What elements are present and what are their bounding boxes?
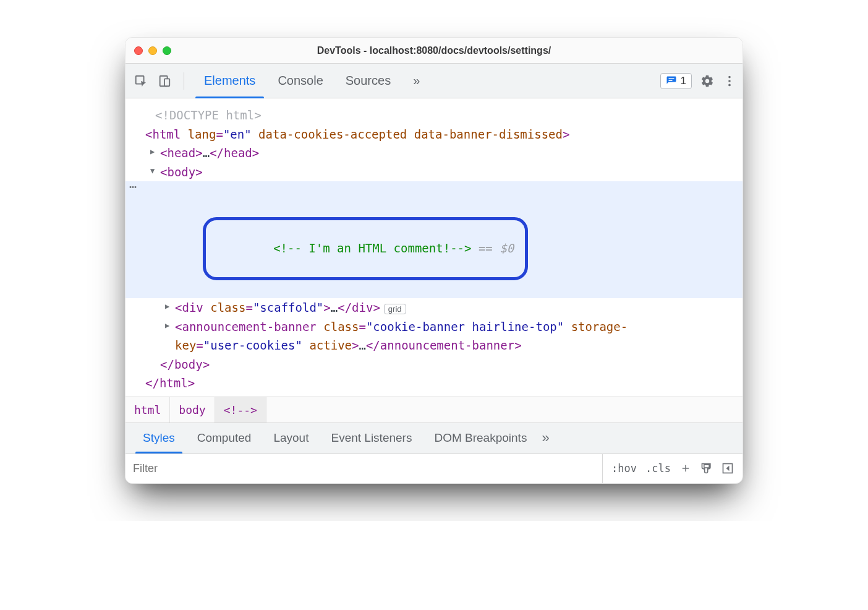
breadcrumb-item[interactable]: html [126,397,170,423]
tab-elements[interactable]: Elements [193,64,266,98]
svg-point-5 [728,75,731,78]
elements-tree[interactable]: <!DOCTYPE html> <html lang="en" data-coo… [126,98,742,397]
tree-row[interactable]: </body> [126,355,742,374]
grid-badge[interactable]: grid [384,304,406,314]
tab-sources[interactable]: Sources [334,64,402,98]
expand-toggle-icon[interactable]: ▶ [165,301,172,308]
svg-point-7 [728,84,731,86]
breadcrumb: html body <!--> [126,397,742,423]
selected-tree-row[interactable]: ⋯ <!-- I'm an HTML comment!--> == $0 [126,181,742,298]
expand-toggle-icon[interactable]: ▶ [165,320,172,327]
tree-row[interactable]: ▶<head>…</head> [126,144,742,163]
computed-toggle-icon[interactable] [721,462,734,475]
comment-node: <!-- I'm an HTML comment!--> [273,241,471,255]
tree-row[interactable]: ▼<body> [126,163,742,182]
tab-event-listeners[interactable]: Event Listeners [320,423,423,453]
expand-toggle-icon[interactable]: ▶ [150,146,158,153]
inspect-element-icon[interactable] [134,74,148,88]
window-titlebar: DevTools - localhost:8080/docs/devtools/… [126,38,742,64]
svg-rect-2 [164,79,169,86]
svg-rect-4 [668,80,672,81]
tab-dom-breakpoints[interactable]: DOM Breakpoints [423,423,538,453]
svg-point-6 [728,80,731,82]
tab-computed[interactable]: Computed [186,423,263,453]
tree-row[interactable]: <html lang="en" data-cookies-accepted da… [126,125,742,144]
main-toolbar: Elements Console Sources » 1 [126,64,742,98]
issues-button[interactable]: 1 [660,73,692,89]
styles-toolbar: :hov .cls [602,454,742,483]
settings-icon[interactable] [700,74,714,88]
device-toolbar-icon[interactable] [158,74,171,88]
tab-layout[interactable]: Layout [262,423,320,453]
zoom-icon[interactable] [163,46,171,55]
highlight-callout: <!-- I'm an HTML comment!--> == $0 [203,217,528,280]
styles-filter-input[interactable] [126,454,602,483]
paint-brush-icon[interactable] [700,462,713,475]
traffic-lights [134,46,171,55]
tree-row[interactable]: ▶<div class="scaffold">…</div>grid [126,298,742,317]
tree-row-continuation[interactable]: key="user-cookies" active>…</announcemen… [126,336,742,355]
collapse-toggle-icon[interactable]: ▼ [150,165,158,173]
window-title: DevTools - localhost:8080/docs/devtools/… [126,45,742,56]
tab-styles[interactable]: Styles [132,423,186,453]
close-icon[interactable] [134,46,143,55]
breadcrumb-item[interactable]: <!--> [215,397,266,423]
kebab-menu-icon[interactable] [723,74,736,88]
doctype-node: <!DOCTYPE html> [155,108,262,122]
toolbar-divider [184,72,184,90]
main-tabs: Elements Console Sources » [193,64,431,98]
devtools-window: DevTools - localhost:8080/docs/devtools/… [125,37,743,484]
minimize-icon[interactable] [148,46,157,55]
tree-row[interactable]: ▶<announcement-banner class="cookie-bann… [126,317,742,337]
more-tabs-button[interactable]: » [402,64,431,98]
row-actions-icon[interactable]: ⋯ [129,183,138,195]
breadcrumb-item[interactable]: body [170,397,215,423]
more-subtabs-button[interactable]: » [538,430,553,446]
cls-toggle-button[interactable]: .cls [645,462,671,475]
new-style-rule-icon[interactable] [679,462,692,475]
issues-count: 1 [681,75,686,87]
styles-tabs: Styles Computed Layout Event Listeners D… [126,423,742,453]
svg-rect-3 [668,78,674,79]
tree-row[interactable]: <!DOCTYPE html> [126,106,742,125]
tab-console[interactable]: Console [266,64,334,98]
hov-toggle-button[interactable]: :hov [611,462,637,475]
tree-row[interactable]: </html> [126,374,742,393]
styles-filter-bar: :hov .cls [126,453,742,483]
